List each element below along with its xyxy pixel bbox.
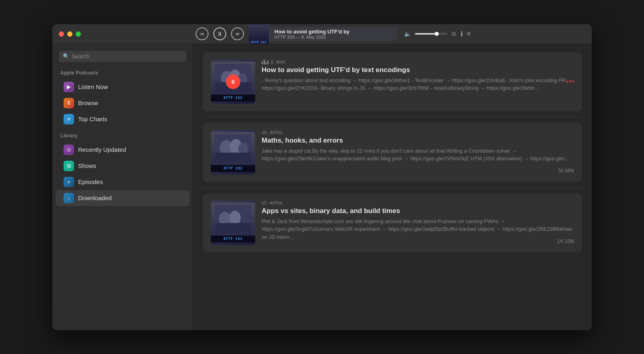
episode-thumb-inner-1: HTTP 203 ⏸ (211, 60, 255, 104)
episode-http-label-3: HTTP 203 (211, 236, 255, 242)
main-content: 🔍 Apple Podcasts ▶ Listen Now 🎙 Browse ≡ (52, 44, 592, 330)
episode-thumbnail-3: HTTP 203 (211, 201, 255, 245)
recently-updated-label: Recently Updated (78, 146, 126, 153)
episodes-panel: HTTP 203 ⏸ 8. MAY (193, 44, 592, 330)
bar-1 (262, 61, 263, 64)
svg-point-12 (229, 211, 241, 225)
maximize-button[interactable] (76, 31, 81, 37)
skip-back-label: 15 (200, 32, 204, 36)
episode-thumb-inner-2: HTTP 203 (211, 130, 255, 174)
shows-icon-glyph: ⊞ (67, 163, 71, 169)
episode-thumb-art-2 (215, 135, 251, 163)
volume-slider[interactable] (415, 33, 447, 35)
bar-4 (267, 60, 268, 64)
sidebar-item-listen-now[interactable]: ▶ Listen Now (56, 79, 190, 95)
apple-podcasts-header: Apple Podcasts (52, 70, 193, 79)
browse-label: Browse (78, 99, 98, 106)
titlebar: 15 ⏸ 30 HTTP 203 How to avoid ge (52, 24, 592, 44)
episode-date-text-3: 15. APRIL (262, 201, 283, 205)
recently-updated-icon-glyph: ⊙ (67, 147, 71, 153)
thumb-http-label: HTTP 203 (251, 41, 266, 44)
sidebar-item-top-charts[interactable]: ≡ Top Charts (56, 111, 190, 127)
episode-date-3: 15. APRIL (262, 201, 574, 205)
episode-http-label-1: HTTP 203 (211, 95, 255, 101)
app-window: 15 ⏸ 30 HTTP 203 How to avoid ge (52, 24, 592, 330)
sidebar: 🔍 Apple Podcasts ▶ Listen Now 🎙 Browse ≡ (52, 44, 193, 330)
playing-overlay-1[interactable]: ⏸ (226, 75, 240, 89)
episode-title-3: Apps vs sites, binary data, and build ti… (262, 207, 574, 215)
episode-more-button-1[interactable]: ••• (566, 77, 575, 86)
episode-thumbnail-1: HTTP 203 ⏸ (211, 60, 255, 104)
listen-now-icon: ▶ (64, 82, 74, 92)
sidebar-item-recently-updated[interactable]: ⊙ Recently Updated (56, 142, 190, 158)
episodes-icon-glyph: ≡ (68, 180, 70, 184)
episode-description-3: Phil & Jack from fishandscripts.com are … (262, 217, 574, 241)
now-playing-show: HTTP 203 — 8. May 2020 (275, 35, 392, 39)
browse-icon: 🎙 (64, 98, 74, 108)
top-charts-label: Top Charts (78, 116, 107, 122)
pause-button[interactable]: ⏸ (213, 27, 226, 40)
episodes-icon: ≡ (64, 177, 74, 187)
sidebar-item-episodes[interactable]: ≡ Episodes (56, 174, 190, 190)
list-button[interactable]: ≡ (467, 30, 471, 37)
pause-icon: ⏸ (217, 31, 223, 37)
bar-3 (265, 62, 266, 64)
downloaded-label: Downloaded (78, 195, 111, 201)
browse-icon-glyph: 🎙 (66, 100, 72, 106)
thumb-background: HTTP 203 (249, 24, 269, 44)
episode-thumb-faces-2 (211, 132, 255, 166)
skip-forward-button[interactable]: 30 (231, 27, 244, 40)
episode-thumb-faces-3 (211, 203, 255, 236)
episode-duration-3: 1H 15M (557, 238, 574, 244)
now-playing-info: How to avoid getting UTF'd by HTTP 203 —… (269, 27, 398, 41)
search-input[interactable] (72, 53, 182, 60)
episode-card-2: HTTP 203 30. APRIL Maths, hooks, and err… (203, 123, 582, 182)
episode-date-1: 8. MAY (262, 60, 574, 64)
listen-now-label: Listen Now (78, 83, 108, 90)
downloaded-icon: ↓ (64, 193, 74, 203)
airplay-button[interactable]: ⊙ (451, 30, 456, 37)
episode-content-1: 8. MAY How to avoid getting UTF'd by tex… (262, 60, 574, 92)
shows-icon: ⊞ (64, 161, 74, 171)
now-playing-thumbnail: HTTP 203 (249, 24, 269, 44)
library-header: Library (52, 133, 193, 142)
now-playing-title: How to avoid getting UTF'd by (275, 29, 392, 35)
downloaded-icon-glyph: ↓ (68, 195, 70, 201)
volume-thumb (435, 32, 439, 36)
volume-fill (415, 33, 438, 35)
info-button[interactable]: ℹ (460, 30, 463, 38)
top-charts-icon-glyph: ≡ (67, 116, 70, 122)
episode-title-2: Maths, hooks, and errors (262, 137, 574, 145)
svg-rect-13 (215, 223, 251, 233)
search-box[interactable]: 🔍 (59, 51, 186, 62)
skip-forward-label: 30 (235, 32, 239, 36)
sidebar-item-downloaded[interactable]: ↓ Downloaded (56, 190, 190, 206)
skip-back-button[interactable]: 15 (196, 27, 208, 40)
episode-card-3: HTTP 203 15. APRIL Apps vs sites, binary… (203, 193, 582, 252)
sidebar-item-shows[interactable]: ⊞ Shows (56, 158, 190, 174)
divider-1 (203, 117, 582, 117)
top-charts-icon: ≡ (64, 114, 74, 124)
episode-title-1: How to avoid getting UTF'd by text encod… (262, 66, 574, 74)
close-button[interactable] (59, 31, 64, 37)
episode-description-1: - Remy's question about text encoding → … (262, 77, 574, 92)
sidebar-item-browse[interactable]: 🎙 Browse (56, 95, 190, 111)
episode-content-2: 30. APRIL Maths, hooks, and errors Jake … (262, 130, 574, 163)
svg-rect-9 (215, 153, 251, 163)
pause-overlay-icon: ⏸ (230, 79, 236, 85)
bar-2 (264, 60, 265, 64)
traffic-lights (59, 31, 81, 37)
episode-thumb-art-3 (215, 205, 251, 233)
shows-label: Shows (78, 162, 96, 169)
audio-bars-1 (262, 60, 268, 64)
episode-thumb-inner-3: HTTP 203 (211, 201, 255, 245)
episodes-label: Episodes (78, 178, 103, 185)
listen-now-icon-glyph: ▶ (67, 84, 71, 90)
player-left-controls: 15 ⏸ 30 (196, 27, 244, 40)
episode-http-label-2: HTTP 203 (211, 165, 255, 172)
episode-duration-2: 55 MIN (558, 168, 574, 174)
episode-date-text-2: 30. APRIL (262, 130, 283, 135)
volume-icon: 🔈 (404, 31, 411, 37)
minimize-button[interactable] (67, 31, 72, 37)
divider-2 (203, 187, 582, 188)
